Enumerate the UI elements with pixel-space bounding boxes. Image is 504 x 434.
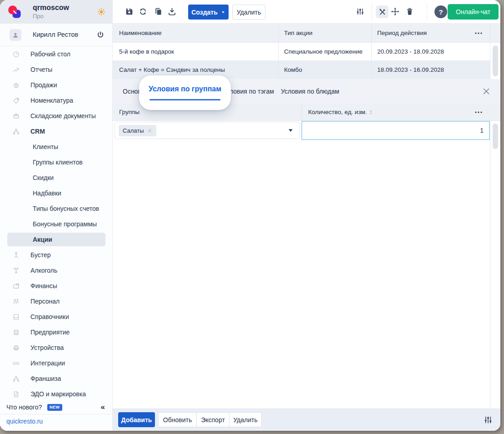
sidebar-item-desktop[interactable]: Рабочий стол xyxy=(0,46,112,62)
sidebar-item-bonus-programs[interactable]: Бонусные программы xyxy=(0,216,112,232)
tab-conditions-by-groups-active[interactable]: Условия по группам xyxy=(139,75,231,110)
sidebar-item-reports[interactable]: Отчеты xyxy=(0,62,112,77)
sidebar-item-warehouse-docs[interactable]: Складские документы xyxy=(0,108,112,124)
hammer-wrench-icon xyxy=(378,8,387,16)
column-divider xyxy=(371,24,372,79)
group-chip: Салаты xyxy=(119,125,156,136)
tools-button[interactable] xyxy=(376,5,389,18)
close-icon[interactable] xyxy=(482,87,491,96)
theme-sun-icon[interactable] xyxy=(97,7,106,16)
table-row[interactable]: 5-й кофе в подарок Специальное предложен… xyxy=(113,43,490,61)
scrollbar-thumb[interactable] xyxy=(493,124,498,149)
sidebar-item-bonus-account-types[interactable]: Типы бонусных счетов xyxy=(0,201,112,216)
sidebar-item-client-groups[interactable]: Группы клиентов xyxy=(0,155,112,170)
people-icon xyxy=(12,298,20,305)
sidebar-item-enterprise[interactable]: Предприятие xyxy=(0,324,112,340)
question-mark-icon: ? xyxy=(439,8,443,16)
promo-table-header: Наименование Тип акции Период действия xyxy=(113,24,500,43)
sidebar-item-integrations[interactable]: Интеграции xyxy=(0,355,112,371)
sidebar-item-alcohol[interactable]: Алкоголь xyxy=(0,263,112,278)
active-tab-underline xyxy=(150,99,220,100)
trash-icon[interactable] xyxy=(405,7,414,16)
promo-type-cell: Специальное предложение xyxy=(284,43,363,61)
sales-basket-icon xyxy=(12,81,20,89)
groups-dropdown[interactable]: Салаты xyxy=(115,122,300,139)
promo-period-cell: 20.09.2023 - 18.09.2028 xyxy=(377,43,444,61)
column-header-name[interactable]: Наименование xyxy=(119,24,162,43)
create-button[interactable]: Создать xyxy=(188,5,229,20)
sidebar-item-clients[interactable]: Клиенты xyxy=(0,139,112,155)
sidebar-nav: Рабочий стол Отчеты Продажи Номенклатура… xyxy=(0,46,112,402)
promo-type-cell: Комбо xyxy=(284,61,302,79)
crm-hierarchy-icon xyxy=(12,128,20,135)
sidebar-footer: Что нового? NEW « xyxy=(0,402,112,414)
sidebar-item-discounts[interactable]: Скидки xyxy=(0,170,112,185)
sidebar-item-surcharges[interactable]: Надбавки xyxy=(0,185,112,201)
scroll-gutter-divider xyxy=(490,121,490,409)
delete-button[interactable]: Удалить xyxy=(232,5,265,20)
sidebar-item-franchise[interactable]: Франшиза xyxy=(0,371,112,386)
person-icon xyxy=(11,31,20,39)
refresh-icon[interactable] xyxy=(138,7,148,16)
tab-conditions-by-dishes[interactable]: Условия по блюдам xyxy=(281,79,339,104)
whats-new-link[interactable]: Что нового? xyxy=(6,404,42,411)
org-name: qrmoscow xyxy=(33,4,69,12)
column-header-period[interactable]: Период действия xyxy=(377,24,427,43)
save-icon[interactable] xyxy=(125,7,134,16)
filter-sliders-icon[interactable] xyxy=(355,7,365,16)
scroll-gutter-divider xyxy=(490,24,490,79)
footer-divider xyxy=(0,414,112,414)
booster-icon xyxy=(12,251,20,259)
printer-icon xyxy=(12,344,20,352)
help-button[interactable]: ? xyxy=(434,5,447,18)
sidebar-item-finance[interactable]: Финансы xyxy=(0,278,112,294)
copy-icon[interactable] xyxy=(154,7,163,16)
promo-period-cell: 18.09.2023 - 16.09.2028 xyxy=(377,61,444,79)
column-menu-dots-icon[interactable] xyxy=(474,108,483,117)
scrollbar-thumb[interactable] xyxy=(493,45,498,76)
quickresto-site-link[interactable]: quickresto.ru xyxy=(6,418,43,425)
sidebar-item-promotions[interactable]: Акции xyxy=(0,232,112,247)
chevron-down-icon xyxy=(221,10,225,15)
sort-icon[interactable] xyxy=(368,110,374,115)
download-icon[interactable] xyxy=(167,7,177,16)
column-header-groups[interactable]: Группы xyxy=(119,104,140,121)
column-header-quantity[interactable]: Количество, ед. изм. xyxy=(308,104,367,121)
move-arrows-icon[interactable] xyxy=(390,7,400,16)
chip-remove-icon[interactable] xyxy=(147,128,152,133)
collapse-sidebar-icon[interactable]: « xyxy=(101,403,105,412)
column-menu-dots-icon[interactable] xyxy=(474,29,483,38)
top-toolbar: Создать Удалить ? Онлайн-чат xyxy=(113,0,500,24)
toolbar-divider xyxy=(372,4,372,20)
filter-sliders-icon[interactable] xyxy=(483,415,493,425)
delete-bottom-button[interactable]: Удалить xyxy=(229,413,261,427)
infinity-icon xyxy=(12,359,20,367)
groups-table-row: Салаты xyxy=(113,121,490,140)
user-name: Кирилл Рестов xyxy=(33,31,78,38)
export-button[interactable]: Экспорт xyxy=(196,413,229,427)
desktop-icon xyxy=(12,50,20,58)
sidebar: qrmoscow Про Кирилл Рестов Рабочий стол … xyxy=(0,0,113,431)
sidebar-item-nomenclature[interactable]: Номенклатура xyxy=(0,93,112,108)
sidebar-item-crm[interactable]: CRM xyxy=(0,124,112,139)
refresh-button[interactable]: Обновить xyxy=(159,413,196,427)
sidebar-item-edo[interactable]: ЭДО и маркировка xyxy=(0,386,112,402)
new-badge: NEW xyxy=(47,404,62,411)
column-header-type[interactable]: Тип акции xyxy=(284,24,312,43)
promo-name-cell: 5-й кофе в подарок xyxy=(119,43,174,61)
sidebar-item-sales[interactable]: Продажи xyxy=(0,77,112,93)
franchise-hierarchy-icon xyxy=(12,375,20,383)
user-row[interactable]: Кирилл Рестов xyxy=(0,24,112,46)
org-header: qrmoscow Про xyxy=(0,0,112,24)
sidebar-item-staff[interactable]: Персонал xyxy=(0,294,112,309)
document-icon xyxy=(12,390,20,398)
sidebar-item-booster[interactable]: Бустер xyxy=(0,247,112,263)
add-button[interactable]: Добавить xyxy=(118,412,155,427)
dropdown-caret-icon xyxy=(288,129,293,132)
org-plan-badge: Про xyxy=(33,13,44,20)
quantity-input[interactable] xyxy=(301,121,490,140)
sidebar-item-devices[interactable]: Устройства xyxy=(0,340,112,355)
online-chat-button[interactable]: Онлайн-чат xyxy=(448,4,499,20)
sidebar-item-directories[interactable]: Справочники xyxy=(0,309,112,324)
logout-power-icon[interactable] xyxy=(96,30,105,40)
